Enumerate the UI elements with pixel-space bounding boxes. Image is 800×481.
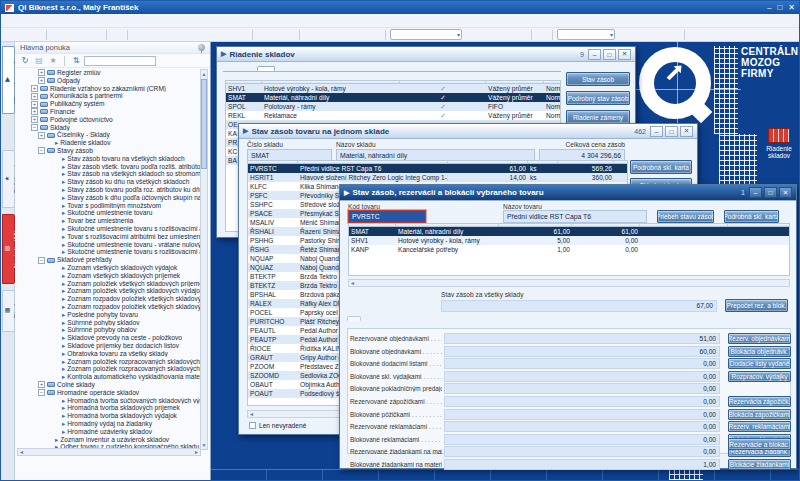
scroll-right-icon[interactable]: ► <box>194 449 199 455</box>
tree-item[interactable]: + Komunikácia s partnermi <box>17 92 201 100</box>
toolbar-icon[interactable] <box>252 30 253 40</box>
globe-teal-icon[interactable] <box>90 29 102 40</box>
tree-expander-icon[interactable] <box>53 397 60 404</box>
detail-value-field[interactable]: 51,00 <box>444 333 720 344</box>
tree-item[interactable]: + Podvojné účtovníctvo <box>17 116 201 124</box>
tree-expander-icon[interactable] <box>53 249 60 256</box>
tree-item[interactable]: Obratovka tovaru za všetky sklady <box>17 350 201 358</box>
scroll-up-icon[interactable]: ▲ <box>201 70 207 78</box>
tree-item[interactable]: + Financie <box>17 108 201 116</box>
tree-expander-icon[interactable] <box>53 420 60 427</box>
column-header[interactable] <box>298 161 448 163</box>
tree-expander-icon[interactable] <box>53 264 60 271</box>
tree-item[interactable]: Skutočné umiestnenie tovaru s rozlišovac… <box>17 225 201 233</box>
Materiál, náhradní díly[interactable]: SMATMateriál, náhradní díly✓Vážený průmě… <box>226 93 560 102</box>
detail-value-field[interactable]: 0,00 <box>444 358 720 369</box>
column-header[interactable] <box>448 161 528 163</box>
tree-expander-icon[interactable] <box>53 373 60 380</box>
tree-expander-icon[interactable] <box>53 428 60 435</box>
detail-action-button[interactable]: Rezervácia zápožičk. <box>728 396 791 407</box>
tree-expander-icon[interactable] <box>53 202 60 209</box>
app-titlebar[interactable]: QI Biknest s.r.o., Malý František – □ ✕ <box>1 1 799 14</box>
detail-value-field[interactable]: 0,00 <box>444 371 720 382</box>
tree-expander-icon[interactable] <box>53 342 60 349</box>
tree-expander-icon[interactable] <box>53 194 60 201</box>
column-header[interactable] <box>572 224 640 226</box>
podrobny-stav-zasob-button[interactable]: Podrobný stav zásob <box>566 91 630 105</box>
window3-maximize-button[interactable]: □ <box>764 187 777 198</box>
tree-item[interactable]: Tovar s rozlišovacími atribútmi bez umie… <box>17 233 201 241</box>
tree-item[interactable]: Hromadný výdaj na žiadanky <box>17 420 201 428</box>
record-icon[interactable] <box>236 29 248 40</box>
sidebar-vertical-scrollbar[interactable]: ▲ ▼ <box>200 69 208 450</box>
tree-expander-icon[interactable]: − <box>38 257 45 264</box>
tree-expander-icon[interactable]: + <box>31 116 38 123</box>
window2-close-button[interactable]: ✕ <box>680 126 693 137</box>
tree-item[interactable]: + Publikačný systém <box>17 100 201 108</box>
tree-item[interactable]: Skladové príjemky bez dodacích listov <box>17 342 201 350</box>
column-header[interactable] <box>248 161 298 163</box>
globe-green-icon[interactable] <box>64 29 76 40</box>
total-stock-field[interactable]: 67,00 <box>441 300 717 312</box>
select-icon[interactable] <box>283 29 295 40</box>
tree-expander-icon[interactable] <box>53 334 60 341</box>
tree-expander-icon[interactable] <box>53 288 60 295</box>
column-header[interactable] <box>728 224 783 226</box>
grid-blue-icon[interactable] <box>655 29 667 40</box>
toolbar-icon[interactable] <box>552 30 553 40</box>
Polotovary - rámy[interactable]: SPOLPolotovary - rámy✓FIFONormální <box>226 102 560 111</box>
Přední vidlice RST Capa T6[interactable]: PVRSTCPřední vidlice RST Capa T661,00ks5… <box>248 164 627 173</box>
prepocet-rez-blok-button[interactable]: Prepočet rez. a blok. <box>725 299 788 312</box>
tree-item[interactable]: Tovar bez umiestnenia <box>17 217 201 225</box>
tab-sumarne-prehlady[interactable] <box>293 66 309 71</box>
tree-expander-icon[interactable]: − <box>38 147 45 154</box>
tree-item[interactable]: Stavy zásob tovaru podľa roz. atribútov … <box>17 186 201 194</box>
tree-item[interactable]: Stavy zásob k dňu podľa účtovných skupín… <box>17 194 201 202</box>
link-icon[interactable] <box>197 29 209 40</box>
scroll-left-icon[interactable]: ◄ <box>350 280 355 286</box>
tree-expander-icon[interactable] <box>53 163 60 170</box>
tree-expander-icon[interactable]: + <box>38 77 45 84</box>
column-header[interactable] <box>400 81 486 83</box>
tree-expander-icon[interactable] <box>53 303 60 310</box>
grid-gray-icon[interactable] <box>642 29 654 40</box>
tree-item[interactable]: Zoznam inventúr a uzávierok skladov <box>17 435 201 443</box>
tree-item[interactable]: Kontrola automatického vyskladňovania ma… <box>17 373 201 381</box>
item-code-field[interactable]: PVRSTC <box>348 210 426 223</box>
tree-item[interactable]: Zoznam položiek rozpracovaných skladovýc… <box>17 365 201 373</box>
nav-last-icon[interactable] <box>343 29 355 40</box>
tree-item[interactable]: Skutočné umiestnenie tovaru <box>17 209 201 217</box>
toolbar-icon[interactable] <box>531 30 532 40</box>
tree-expander-icon[interactable] <box>53 366 60 373</box>
detail-value-field[interactable]: 0,00 <box>444 421 720 432</box>
copy-icon[interactable] <box>17 29 29 40</box>
window2-titlebar[interactable]: ▶ Stav zásob tovaru na jednom sklade 462… <box>239 124 697 139</box>
toolbar-icon[interactable] <box>127 30 128 40</box>
tree-expander-icon[interactable] <box>53 350 60 357</box>
tree-item[interactable]: Tovar s podlimitným množstvom <box>17 202 201 210</box>
detail-action-button[interactable]: Rozpracov. výdajky <box>728 371 791 382</box>
filter-combo[interactable] <box>390 29 462 40</box>
filter-off-icon[interactable] <box>515 29 527 40</box>
window1-minimize-button[interactable]: – <box>588 49 601 60</box>
tree-item[interactable]: Riadenie skladov <box>17 139 201 147</box>
window1-maximize-button[interactable]: □ <box>603 49 616 60</box>
column-header[interactable] <box>486 81 544 83</box>
tree-expander-icon[interactable] <box>53 405 60 412</box>
sidebar-search-input[interactable] <box>84 56 156 66</box>
tree-expander-icon[interactable] <box>53 311 60 318</box>
side-tab-okna[interactable]: ▦ Okná <box>2 290 15 332</box>
tree-expander-icon[interactable] <box>53 171 60 178</box>
column-header[interactable] <box>226 81 262 83</box>
tree-expander-icon[interactable]: − <box>38 389 45 396</box>
tree-expander-icon[interactable] <box>53 218 60 225</box>
tree-item[interactable]: Skladové prevody na ceste - položkovo <box>17 334 201 342</box>
tree-expander-icon[interactable]: + <box>38 381 45 388</box>
tree-item[interactable]: Hromadná tvorba skladových výdajok <box>17 412 201 420</box>
tab-na-prijme[interactable] <box>362 316 374 321</box>
tab-inventury-uzavierky[interactable] <box>276 66 292 71</box>
detail-value-field[interactable]: 0,00 <box>444 383 720 394</box>
tab-stav-zasob[interactable] <box>257 66 275 71</box>
tab-rezervacie-a-blokacie[interactable] <box>347 316 361 321</box>
app-minimize-button[interactable]: – <box>767 3 771 12</box>
